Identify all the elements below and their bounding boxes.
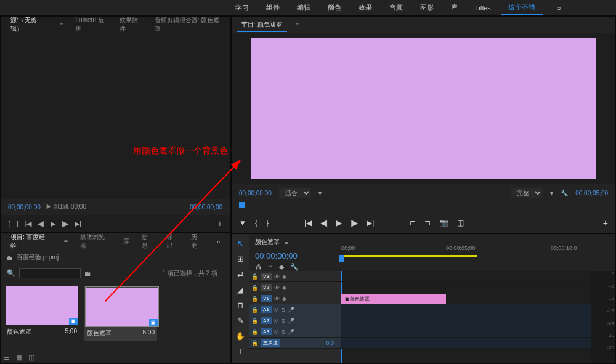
- program-canvas: [251, 38, 596, 179]
- mark-out-icon[interactable]: }: [17, 220, 19, 227]
- chevron-down-icon: ▾: [550, 190, 553, 196]
- track-lane[interactable]: [341, 304, 591, 315]
- ws-tab[interactable]: 编辑: [290, 1, 318, 15]
- clip-name: 颜色遮罩: [7, 328, 31, 336]
- project-footer: ☰ ▦ ◫: [4, 354, 34, 362]
- marker-icon[interactable]: ◆: [279, 263, 284, 271]
- timecode-left[interactable]: 00;00;00;00: [8, 204, 41, 211]
- linked-selection-icon[interactable]: ∩: [268, 263, 273, 271]
- ws-overflow-icon[interactable]: »: [550, 2, 569, 14]
- mark-in-icon[interactable]: {: [255, 219, 257, 227]
- panel-menu-icon[interactable]: ≡: [285, 238, 288, 246]
- folder-icon: 🖿: [7, 254, 13, 261]
- goto-out-icon[interactable]: ▶|: [75, 220, 81, 228]
- export-frame-icon[interactable]: 📷: [439, 219, 448, 227]
- goto-in-icon[interactable]: |◀: [304, 219, 312, 227]
- work-area-bar[interactable]: [341, 255, 477, 257]
- ws-tab[interactable]: 颜色: [320, 1, 349, 15]
- program-tab[interactable]: 节目: 颜色遮罩: [237, 18, 287, 32]
- ws-tab[interactable]: 音频: [382, 1, 410, 15]
- project-filename: 百度经验.prproj: [17, 253, 59, 262]
- clip-duration: 5;00: [65, 328, 77, 336]
- bin-icon[interactable]: 🖿: [84, 270, 91, 277]
- audio-track-header[interactable]: 🔒A2MS🎤: [249, 315, 341, 326]
- button-editor-icon[interactable]: +: [603, 218, 608, 228]
- program-viewport[interactable]: [232, 33, 615, 184]
- audio-track-header[interactable]: 🔒A3MS🎤: [249, 326, 341, 338]
- track-lane[interactable]: ▣ 颜色遮罩: [341, 293, 591, 304]
- settings-icon[interactable]: 🔧: [290, 263, 299, 271]
- timeline-ruler[interactable]: 00;00 00;00;05;00 00;00;10;0: [341, 244, 591, 262]
- timeline-timecode[interactable]: 00;00;00;00: [255, 251, 298, 261]
- video-track-header[interactable]: 🔒V1👁◆: [249, 293, 341, 304]
- chevron-down-icon: ▾: [318, 190, 322, 196]
- playhead-icon[interactable]: [339, 255, 344, 262]
- track-lane[interactable]: [341, 271, 591, 282]
- timeline-content[interactable]: 00;00 00;00;05;00 00;00;10;0 ▣ 颜色遮罩: [341, 271, 591, 363]
- list-view-icon[interactable]: ☰: [4, 354, 10, 362]
- freeform-view-icon[interactable]: ◫: [28, 354, 34, 362]
- track-lane[interactable]: [341, 326, 591, 338]
- zoom-select[interactable]: 适合: [279, 188, 311, 198]
- goto-out-icon[interactable]: ▶|: [367, 219, 374, 227]
- mark-in-icon[interactable]: {: [8, 220, 10, 227]
- search-input[interactable]: [19, 268, 81, 278]
- play-icon[interactable]: ▶: [51, 220, 55, 228]
- hand-tool-icon[interactable]: ✋: [235, 331, 245, 341]
- video-track-header[interactable]: 🔒V3👁◆: [249, 271, 341, 282]
- panel-menu-icon[interactable]: ≡: [55, 19, 68, 31]
- svg-line-0: [105, 160, 240, 302]
- annotation-arrow: [105, 154, 253, 308]
- wrench-icon[interactable]: 🔧: [561, 190, 568, 196]
- track-lane[interactable]: [341, 282, 591, 293]
- step-back-icon[interactable]: ◀|: [38, 220, 44, 228]
- extract-icon[interactable]: ⊐: [424, 219, 431, 227]
- program-timecode-right[interactable]: 00;00;05;00: [575, 190, 608, 196]
- step-back-icon[interactable]: ◀|: [320, 219, 328, 227]
- ruler-tick: 00;00: [341, 245, 355, 251]
- track-lane[interactable]: [341, 315, 591, 326]
- video-track-header[interactable]: 🔒V2👁◆: [249, 282, 341, 293]
- pen-tool-icon[interactable]: ✎: [237, 316, 244, 325]
- icon-view-icon[interactable]: ▦: [16, 354, 22, 362]
- type-tool-icon[interactable]: T: [238, 347, 243, 356]
- master-track-header[interactable]: 🔒主声道0.0: [249, 338, 341, 349]
- audio-meter: 0 --6 -12 -18 -24 -30 -36: [591, 271, 615, 363]
- range-display: ▶ 跳1跳 00;00: [46, 203, 86, 211]
- step-fwd-icon[interactable]: |▶: [62, 220, 68, 228]
- timeline-clip[interactable]: ▣ 颜色遮罩: [341, 294, 446, 304]
- resolution-select[interactable]: 完整: [511, 188, 543, 198]
- ws-tab[interactable]: 学习: [228, 1, 256, 15]
- panel-menu-icon[interactable]: ≡: [59, 236, 73, 248]
- sequence-name[interactable]: 颜色遮罩: [255, 238, 280, 246]
- ws-tab[interactable]: 效果: [351, 1, 379, 15]
- step-fwd-icon[interactable]: |▶: [351, 219, 358, 227]
- program-panel: 节目: 颜色遮罩 ≡ 00;00;00;00 适合 ▾ 完整 ▾ 🔧 00;00…: [231, 16, 616, 233]
- clip-duration: 5;00: [143, 329, 155, 338]
- search-icon[interactable]: 🔍: [7, 269, 15, 277]
- ws-tab[interactable]: 图形: [413, 1, 441, 15]
- ws-tab[interactable]: 库: [444, 1, 465, 15]
- goto-in-icon[interactable]: |◀: [25, 220, 31, 228]
- audio-track-header[interactable]: 🔒A1MS🎤: [249, 304, 341, 315]
- project-item[interactable]: ▣ 颜色遮罩 5;00: [6, 286, 78, 341]
- track-lane[interactable]: [341, 338, 591, 349]
- program-ruler[interactable]: [239, 202, 608, 213]
- timeline-panel: ↖ ⊞ ⇄ ◢ ⊓ ✎ ✋ T 颜色遮罩 ≡ 00;00;00;00 ⁂: [231, 233, 616, 364]
- ruler-tick: 00;00;10;0: [551, 245, 577, 251]
- snap-icon[interactable]: ⁂: [255, 263, 262, 271]
- ws-tab[interactable]: 组件: [259, 1, 287, 15]
- ws-tab-active[interactable]: 这个不错: [501, 0, 543, 15]
- panel-menu-icon[interactable]: ≡: [291, 19, 304, 31]
- ruler-tick: 00;00;05;00: [446, 245, 476, 251]
- clip-name: 颜色遮罩: [87, 329, 111, 338]
- project-tab[interactable]: 项目: 百度经验: [6, 230, 55, 253]
- play-icon[interactable]: ▶: [336, 219, 342, 227]
- track-headers: 🔒V3👁◆ 🔒V2👁◆ 🔒V1👁◆ 🔒A1MS🎤 🔒A2MS🎤 🔒A3MS🎤 🔒…: [249, 271, 341, 363]
- ws-tab[interactable]: Titles: [468, 2, 498, 14]
- mark-out-icon[interactable]: }: [266, 219, 269, 227]
- annotation-text: 用颜色遮罩做一个背景色: [133, 145, 228, 156]
- program-transport: ▼ { } |◀ ◀| ▶ |▶ ▶| ⊏ ⊐ 📷 ◫ +: [232, 213, 615, 233]
- compare-icon[interactable]: ◫: [457, 219, 464, 227]
- lift-icon[interactable]: ⊏: [410, 219, 416, 227]
